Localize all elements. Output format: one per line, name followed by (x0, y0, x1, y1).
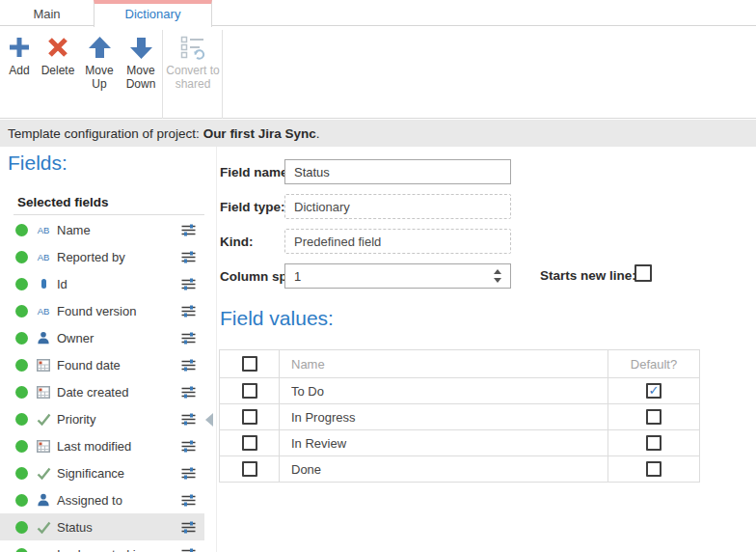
table-row[interactable]: In Progress (220, 403, 699, 429)
group-divider (222, 30, 223, 119)
default-checkbox[interactable] (646, 409, 662, 425)
calendar-icon (35, 440, 52, 453)
kind-label: Kind: (220, 235, 254, 249)
arrow-down-icon (120, 31, 162, 64)
list-item-implemented-in[interactable]: AB Implemented in (0, 540, 204, 552)
value-name-cell: In Progress (280, 404, 608, 429)
panel-splitter[interactable] (216, 147, 217, 552)
arrow-up-icon (79, 31, 120, 64)
starts-new-line-checkbox[interactable] (634, 264, 652, 282)
row-select-checkbox[interactable] (242, 461, 257, 477)
drag-handle-icon[interactable] (180, 305, 197, 320)
id-field-icon (35, 279, 52, 289)
list-item-date-created[interactable]: Date created (0, 378, 204, 405)
calendar-icon (35, 359, 52, 372)
text-field-icon: AB (35, 306, 52, 317)
row-select-checkbox[interactable] (242, 435, 257, 451)
column-span-input[interactable]: 1 (284, 263, 511, 289)
field-values-title: Field values: (220, 307, 334, 330)
plus-icon (2, 31, 37, 64)
drag-handle-icon[interactable] (180, 548, 197, 552)
splitter-collapse-icon[interactable] (205, 413, 213, 427)
drag-handle-icon[interactable] (180, 359, 197, 374)
person-icon (35, 493, 52, 507)
move-down-button[interactable]: Move Down (120, 31, 162, 116)
value-name-cell: Done (280, 456, 608, 482)
drag-handle-icon[interactable] (180, 494, 197, 510)
list-item-last-modified[interactable]: Last modified (0, 432, 204, 459)
field-type-input: Dictionary (284, 194, 511, 219)
row-select-checkbox[interactable] (242, 409, 257, 425)
convert-to-shared-button[interactable]: Convert to shared (165, 31, 221, 116)
banner-suffix: . (316, 126, 320, 141)
select-all-checkbox[interactable] (242, 356, 257, 372)
drag-handle-icon[interactable] (180, 440, 197, 455)
default-checkbox[interactable] (646, 461, 662, 477)
list-refresh-icon (165, 31, 221, 64)
green-status-dot-icon (15, 494, 28, 507)
list-item-found-date[interactable]: Found date (0, 351, 204, 378)
spin-down-icon[interactable] (494, 278, 501, 283)
check-icon (35, 413, 52, 426)
list-item-reported-by[interactable]: AB Reported by (0, 243, 204, 270)
table-row[interactable]: To Do (220, 377, 699, 403)
green-status-dot-icon (15, 386, 28, 399)
value-name-cell: In Review (280, 430, 608, 455)
text-field-icon: AB (35, 225, 52, 235)
selected-fields-list: AB Name AB Reported by Id AB Found versi… (0, 216, 204, 552)
drag-handle-icon[interactable] (180, 278, 197, 293)
green-status-dot-icon (15, 548, 28, 552)
default-column-header: Default? (608, 350, 699, 377)
tab-dictionary[interactable]: Dictionary (94, 0, 212, 27)
field-name-label: Field name: (220, 165, 292, 179)
field-name-input[interactable]: Status (284, 159, 511, 184)
list-item-significance[interactable]: Significance (0, 459, 204, 486)
default-checkbox[interactable] (646, 435, 662, 451)
add-button[interactable]: Add (2, 31, 37, 116)
name-column-header: Name (280, 350, 608, 377)
list-item-priority[interactable]: Priority (0, 405, 204, 432)
default-checkbox[interactable] (646, 383, 662, 399)
selected-fields-divider (14, 214, 204, 215)
table-header-row: Name Default? (220, 350, 699, 377)
green-status-dot-icon (15, 278, 28, 290)
delete-button[interactable]: Delete (37, 31, 79, 116)
green-status-dot-icon (15, 359, 28, 372)
green-status-dot-icon (15, 332, 28, 345)
field-type-label: Field type: (220, 200, 285, 214)
drag-handle-icon[interactable] (180, 332, 197, 347)
move-up-button[interactable]: Move Up (79, 31, 120, 116)
list-item-id[interactable]: Id (0, 270, 204, 297)
drag-handle-icon[interactable] (180, 521, 197, 537)
row-select-checkbox[interactable] (242, 383, 257, 399)
table-row[interactable]: Done (220, 455, 699, 482)
table-row[interactable]: In Review (220, 429, 699, 455)
spin-up-icon[interactable] (494, 269, 501, 274)
check-icon (35, 467, 52, 480)
column-span-spinner (491, 266, 504, 286)
value-name-cell: To Do (280, 378, 608, 403)
person-icon (35, 331, 52, 345)
ribbon-tab-bar: Main Dictionary (0, 0, 756, 26)
drag-handle-icon[interactable] (180, 386, 197, 401)
banner-prefix: Template configuration of project: (8, 126, 203, 141)
drag-handle-icon[interactable] (180, 413, 197, 428)
green-status-dot-icon (15, 413, 28, 426)
drag-handle-icon[interactable] (180, 251, 197, 266)
list-item-owner[interactable]: Owner (0, 324, 204, 351)
drag-handle-icon[interactable] (180, 467, 197, 483)
x-icon (37, 31, 79, 64)
list-item-status[interactable]: Status (0, 513, 204, 540)
list-item-name[interactable]: AB Name (0, 216, 204, 243)
project-name: Our first Jira Sync (203, 126, 316, 141)
green-status-dot-icon (15, 440, 28, 453)
green-status-dot-icon (15, 251, 28, 263)
drag-handle-icon[interactable] (180, 224, 197, 239)
field-values-table: Name Default? To Do In Progress In Revie… (219, 349, 700, 483)
tab-main[interactable]: Main (0, 4, 94, 26)
list-item-found-version[interactable]: AB Found version (0, 297, 204, 324)
green-status-dot-icon (15, 521, 28, 534)
template-configuration-banner: Template configuration of project: Our f… (0, 120, 756, 147)
group-divider (162, 30, 163, 119)
list-item-assigned-to[interactable]: Assigned to (0, 486, 204, 513)
